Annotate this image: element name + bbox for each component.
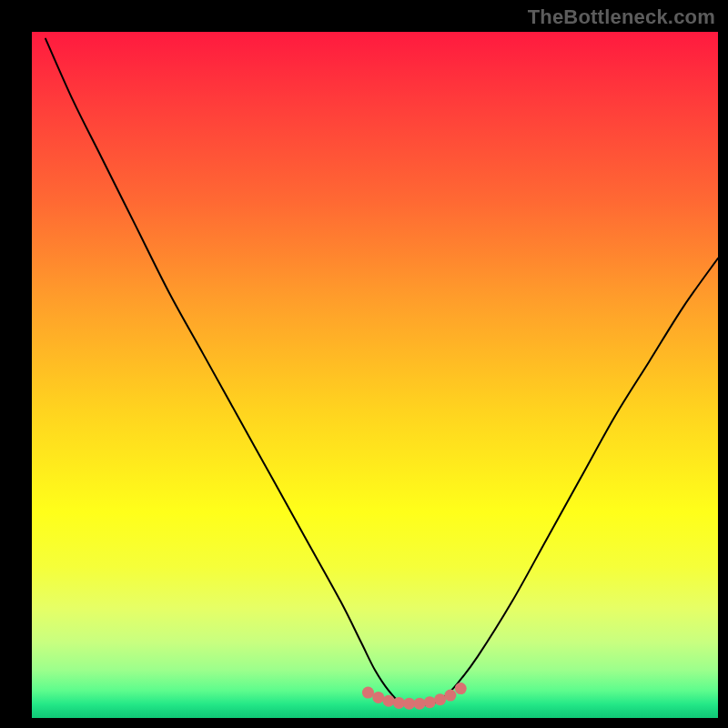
- marker-dot: [455, 682, 467, 694]
- chart-frame: TheBottleneck.com: [0, 0, 728, 728]
- curve-layer: [32, 32, 718, 718]
- marker-dot: [383, 695, 395, 707]
- marker-dot: [362, 687, 374, 699]
- bottleneck-curve: [46, 39, 718, 705]
- marker-dot: [434, 693, 446, 705]
- marker-dot: [403, 698, 415, 710]
- plot-area: [32, 32, 718, 718]
- flat-region-markers: [362, 682, 467, 710]
- marker-dot: [424, 696, 436, 708]
- watermark-text: TheBottleneck.com: [528, 5, 715, 29]
- marker-dot: [414, 698, 426, 710]
- marker-dot: [372, 692, 384, 703]
- marker-dot: [444, 690, 456, 702]
- marker-dot: [393, 697, 405, 709]
